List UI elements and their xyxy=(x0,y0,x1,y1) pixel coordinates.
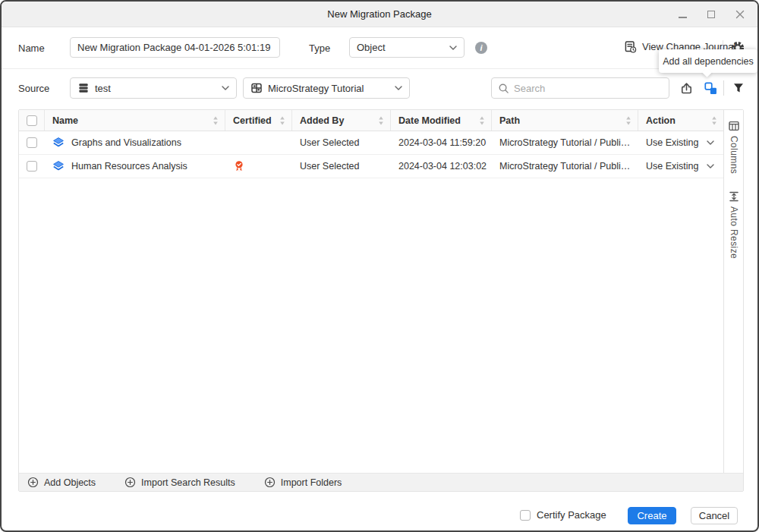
column-header-path[interactable]: Path xyxy=(492,110,638,131)
close-button[interactable] xyxy=(732,6,748,23)
column-header-added-by[interactable]: Added By xyxy=(292,110,391,131)
export-button[interactable] xyxy=(678,80,694,96)
tooltip-text: Add all dependencies xyxy=(663,56,754,67)
sort-icon[interactable] xyxy=(213,115,219,126)
columns-icon xyxy=(728,120,740,132)
chevron-down-icon xyxy=(222,86,229,90)
name-label: Name xyxy=(18,42,45,54)
source-project-select[interactable]: MicroStrategy Tutorial xyxy=(243,77,410,99)
certified-cell xyxy=(225,155,292,178)
filter-icon xyxy=(732,82,745,94)
select-all-checkbox[interactable] xyxy=(27,115,37,126)
path-cell: MicroStrategy Tutorial / Public O... xyxy=(492,155,638,178)
column-label: Action xyxy=(646,115,676,126)
row-checkbox[interactable] xyxy=(27,161,37,172)
sort-icon[interactable] xyxy=(279,115,285,126)
added-by-cell: User Selected xyxy=(292,155,391,178)
path-text: MicroStrategy Tutorial / Public O... xyxy=(499,137,631,148)
table-header: Name Certified Added By Date Modified Pa… xyxy=(19,110,723,131)
plus-circle-icon xyxy=(124,477,136,488)
tooltip: Add all dependencies xyxy=(659,49,757,73)
minimize-button[interactable] xyxy=(674,6,691,23)
auto-resize-icon xyxy=(728,190,740,203)
columns-panel-label: Columns xyxy=(729,136,739,174)
import-search-results-button[interactable]: Import Search Results xyxy=(124,477,235,488)
chevron-down-icon xyxy=(449,46,457,50)
table-row[interactable]: Human Resources Analysis User Selected 2… xyxy=(19,155,723,178)
dossier-icon xyxy=(52,137,65,149)
auto-resize-button[interactable]: Auto Resize xyxy=(728,190,740,259)
sort-icon[interactable] xyxy=(625,115,631,126)
plus-circle-icon xyxy=(27,477,39,488)
close-icon xyxy=(735,10,745,19)
certified-cell xyxy=(225,131,292,154)
object-name: Human Resources Analysis xyxy=(71,161,187,172)
dialog-title: New Migration Package xyxy=(327,8,431,20)
chevron-down-icon xyxy=(707,164,714,168)
column-header-name[interactable]: Name xyxy=(45,110,225,131)
path-cell: MicroStrategy Tutorial / Public O... xyxy=(492,131,638,154)
object-name: Graphs and Visualizations xyxy=(71,137,181,148)
title-bar: New Migration Package xyxy=(2,2,757,27)
column-label: Added By xyxy=(300,115,344,126)
add-objects-button[interactable]: Add Objects xyxy=(27,477,96,488)
source-environment-select[interactable]: test xyxy=(70,77,237,99)
column-label: Certified xyxy=(233,115,272,126)
table-row[interactable]: Graphs and Visualizations User Selected … xyxy=(19,131,723,155)
sort-icon[interactable] xyxy=(711,115,717,126)
search-icon xyxy=(498,83,509,94)
new-migration-package-dialog: New Migration Package Name Type Object i… xyxy=(0,0,759,532)
certify-package-checkbox[interactable] xyxy=(520,510,531,521)
chevron-down-icon xyxy=(707,140,714,145)
column-header-date-modified[interactable]: Date Modified xyxy=(391,110,492,131)
sort-icon[interactable] xyxy=(378,115,384,126)
search-input[interactable] xyxy=(514,83,663,94)
action-value: Use Existing xyxy=(646,137,698,148)
maximize-button[interactable] xyxy=(703,6,720,23)
toolbar-divider xyxy=(723,80,724,96)
minimize-icon xyxy=(679,17,687,18)
column-header-certified[interactable]: Certified xyxy=(225,110,292,131)
environment-icon xyxy=(77,82,90,94)
date-modified-cell: 2024-03-04 12:03:02 xyxy=(391,155,492,178)
add-all-dependencies-button[interactable] xyxy=(702,80,719,96)
action-select[interactable]: Use Existing xyxy=(638,155,723,178)
date-modified-cell: 2024-03-04 11:59:20 xyxy=(391,131,492,154)
column-header-action[interactable]: Action xyxy=(638,110,723,131)
add-objects-label: Add Objects xyxy=(44,477,96,488)
certified-badge-icon xyxy=(233,160,245,172)
search-box xyxy=(491,77,669,99)
import-folders-label: Import Folders xyxy=(281,477,342,488)
row-checkbox[interactable] xyxy=(27,137,37,148)
filter-button[interactable] xyxy=(730,80,747,96)
create-button[interactable]: Create xyxy=(628,507,676,524)
window-controls xyxy=(674,2,748,27)
plus-circle-icon xyxy=(264,477,276,488)
package-name-input[interactable] xyxy=(70,37,280,58)
info-icon[interactable]: i xyxy=(475,42,487,54)
sort-icon[interactable] xyxy=(479,115,485,126)
cancel-button[interactable]: Cancel xyxy=(691,507,738,524)
project-value: MicroStrategy Tutorial xyxy=(268,83,389,94)
certify-package-option: Certify Package xyxy=(520,509,606,521)
columns-panel-button[interactable]: Columns xyxy=(728,120,740,174)
type-select[interactable]: Object xyxy=(349,37,465,58)
chevron-down-icon xyxy=(395,86,402,90)
upload-icon xyxy=(680,82,693,95)
header-divider xyxy=(2,68,757,69)
table-bottom-bar: Add Objects Import Search Results Import… xyxy=(19,473,743,491)
import-folders-button[interactable]: Import Folders xyxy=(264,477,342,488)
maximize-icon xyxy=(707,11,715,18)
source-label: Source xyxy=(18,83,49,94)
added-by-cell: User Selected xyxy=(292,131,391,154)
column-label: Name xyxy=(52,115,78,126)
auto-resize-label: Auto Resize xyxy=(729,206,739,259)
type-select-value: Object xyxy=(357,42,444,53)
change-journal-icon xyxy=(624,40,637,53)
dossier-icon xyxy=(52,160,65,172)
project-icon xyxy=(250,82,263,94)
type-label: Type xyxy=(309,42,330,54)
objects-table: Name Certified Added By Date Modified Pa… xyxy=(18,109,744,492)
table-main: Name Certified Added By Date Modified Pa… xyxy=(19,110,723,473)
action-select[interactable]: Use Existing xyxy=(638,131,723,154)
